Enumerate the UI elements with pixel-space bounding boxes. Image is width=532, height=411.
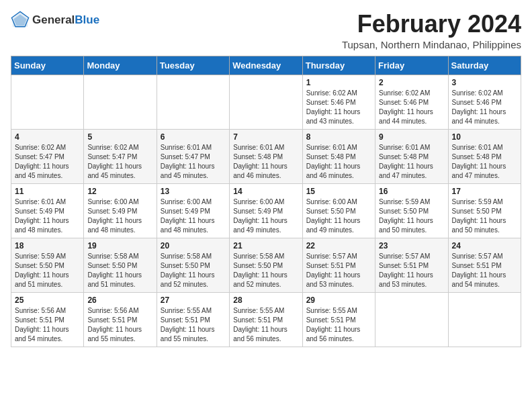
day-detail: Sunrise: 6:00 AM Sunset: 5:49 PM Dayligh…: [87, 197, 152, 235]
logo-icon: [11, 11, 30, 30]
calendar-cell: 2Sunrise: 6:02 AM Sunset: 5:46 PM Daylig…: [375, 75, 448, 129]
day-number: 22: [306, 241, 371, 250]
logo: GeneralBlue: [11, 11, 99, 30]
calendar-cell: 16Sunrise: 5:59 AM Sunset: 5:50 PM Dayli…: [375, 183, 448, 238]
header-day-monday: Monday: [84, 56, 157, 75]
calendar-cell: 9Sunrise: 6:01 AM Sunset: 5:48 PM Daylig…: [375, 129, 448, 183]
header-day-saturday: Saturday: [448, 56, 521, 75]
page-header: GeneralBlue February 2024 Tupsan, Northe…: [11, 11, 521, 50]
month-year: February 2024: [342, 11, 521, 38]
calendar-cell: 3Sunrise: 6:02 AM Sunset: 5:46 PM Daylig…: [448, 75, 521, 129]
calendar-cell: 24Sunrise: 5:57 AM Sunset: 5:51 PM Dayli…: [448, 238, 521, 292]
day-detail: Sunrise: 5:55 AM Sunset: 5:51 PM Dayligh…: [233, 306, 298, 344]
calendar-cell: 7Sunrise: 6:01 AM Sunset: 5:48 PM Daylig…: [230, 129, 302, 183]
calendar-cell: 10Sunrise: 6:01 AM Sunset: 5:48 PM Dayli…: [448, 129, 521, 183]
calendar-cell: 11Sunrise: 6:01 AM Sunset: 5:49 PM Dayli…: [11, 183, 84, 238]
header-row: SundayMondayTuesdayWednesdayThursdayFrid…: [11, 56, 521, 75]
day-detail: Sunrise: 6:01 AM Sunset: 5:49 PM Dayligh…: [15, 197, 80, 235]
title-block: February 2024 Tupsan, Northern Mindanao,…: [342, 11, 521, 50]
calendar-cell: 6Sunrise: 6:01 AM Sunset: 5:47 PM Daylig…: [157, 129, 229, 183]
day-detail: Sunrise: 5:56 AM Sunset: 5:51 PM Dayligh…: [15, 306, 80, 344]
header-day-thursday: Thursday: [302, 56, 375, 75]
day-number: 3: [452, 78, 517, 87]
calendar-cell: 4Sunrise: 6:02 AM Sunset: 5:47 PM Daylig…: [11, 129, 84, 183]
calendar-cell: 27Sunrise: 5:55 AM Sunset: 5:51 PM Dayli…: [157, 292, 229, 347]
day-detail: Sunrise: 5:55 AM Sunset: 5:51 PM Dayligh…: [161, 306, 226, 344]
day-number: 23: [379, 241, 444, 250]
day-detail: Sunrise: 6:01 AM Sunset: 5:48 PM Dayligh…: [306, 143, 371, 181]
header-day-tuesday: Tuesday: [157, 56, 229, 75]
day-detail: Sunrise: 6:02 AM Sunset: 5:47 PM Dayligh…: [15, 143, 80, 181]
calendar-table: SundayMondayTuesdayWednesdayThursdayFrid…: [11, 56, 521, 347]
header-day-sunday: Sunday: [11, 56, 84, 75]
logo-blue: Blue: [75, 13, 99, 26]
day-number: 4: [15, 132, 80, 142]
calendar-week-4: 18Sunrise: 5:59 AM Sunset: 5:50 PM Dayli…: [11, 238, 521, 292]
day-detail: Sunrise: 5:58 AM Sunset: 5:50 PM Dayligh…: [87, 252, 152, 289]
calendar-cell: [230, 75, 302, 129]
day-detail: Sunrise: 5:58 AM Sunset: 5:50 PM Dayligh…: [233, 252, 298, 289]
day-number: 5: [87, 132, 152, 142]
day-number: 25: [15, 295, 80, 305]
calendar-cell: 18Sunrise: 5:59 AM Sunset: 5:50 PM Dayli…: [11, 238, 84, 292]
header-day-wednesday: Wednesday: [230, 56, 302, 75]
calendar-cell: [84, 75, 157, 129]
calendar-cell: 26Sunrise: 5:56 AM Sunset: 5:51 PM Dayli…: [84, 292, 157, 347]
day-detail: Sunrise: 6:01 AM Sunset: 5:47 PM Dayligh…: [161, 143, 226, 181]
day-number: 18: [15, 241, 80, 250]
day-detail: Sunrise: 6:02 AM Sunset: 5:46 PM Dayligh…: [452, 89, 517, 126]
day-number: 13: [161, 187, 226, 196]
day-detail: Sunrise: 5:57 AM Sunset: 5:51 PM Dayligh…: [452, 252, 517, 289]
logo-general: General: [32, 13, 75, 26]
day-number: 11: [15, 187, 80, 196]
calendar-week-2: 4Sunrise: 6:02 AM Sunset: 5:47 PM Daylig…: [11, 129, 521, 183]
day-detail: Sunrise: 5:57 AM Sunset: 5:51 PM Dayligh…: [379, 252, 444, 289]
day-number: 7: [233, 132, 298, 142]
logo-text: GeneralBlue: [32, 13, 99, 27]
calendar-cell: [448, 292, 521, 347]
day-detail: Sunrise: 6:02 AM Sunset: 5:47 PM Dayligh…: [87, 143, 152, 181]
calendar-week-5: 25Sunrise: 5:56 AM Sunset: 5:51 PM Dayli…: [11, 292, 521, 347]
day-detail: Sunrise: 6:00 AM Sunset: 5:49 PM Dayligh…: [233, 197, 298, 235]
calendar-cell: [157, 75, 229, 129]
calendar-cell: 25Sunrise: 5:56 AM Sunset: 5:51 PM Dayli…: [11, 292, 84, 347]
header-day-friday: Friday: [375, 56, 448, 75]
day-detail: Sunrise: 6:01 AM Sunset: 5:48 PM Dayligh…: [379, 143, 444, 181]
calendar-cell: 21Sunrise: 5:58 AM Sunset: 5:50 PM Dayli…: [230, 238, 302, 292]
day-detail: Sunrise: 6:00 AM Sunset: 5:49 PM Dayligh…: [161, 197, 226, 235]
calendar-cell: 20Sunrise: 5:58 AM Sunset: 5:50 PM Dayli…: [157, 238, 229, 292]
day-number: 8: [306, 132, 371, 142]
day-number: 12: [87, 187, 152, 196]
day-number: 19: [87, 241, 152, 250]
day-detail: Sunrise: 6:02 AM Sunset: 5:46 PM Dayligh…: [306, 89, 371, 126]
day-number: 2: [379, 78, 444, 87]
location: Tupsan, Northern Mindanao, Philippines: [342, 39, 521, 50]
calendar-cell: 29Sunrise: 5:55 AM Sunset: 5:51 PM Dayli…: [302, 292, 375, 347]
day-number: 16: [379, 187, 444, 196]
day-detail: Sunrise: 5:59 AM Sunset: 5:50 PM Dayligh…: [452, 197, 517, 235]
day-number: 21: [233, 241, 298, 250]
day-number: 17: [452, 187, 517, 196]
day-detail: Sunrise: 6:02 AM Sunset: 5:46 PM Dayligh…: [379, 89, 444, 126]
calendar-cell: 1Sunrise: 6:02 AM Sunset: 5:46 PM Daylig…: [302, 75, 375, 129]
day-detail: Sunrise: 6:01 AM Sunset: 5:48 PM Dayligh…: [233, 143, 298, 181]
day-detail: Sunrise: 5:59 AM Sunset: 5:50 PM Dayligh…: [15, 252, 80, 289]
calendar-cell: 14Sunrise: 6:00 AM Sunset: 5:49 PM Dayli…: [230, 183, 302, 238]
calendar-cell: 13Sunrise: 6:00 AM Sunset: 5:49 PM Dayli…: [157, 183, 229, 238]
day-detail: Sunrise: 6:01 AM Sunset: 5:48 PM Dayligh…: [452, 143, 517, 181]
day-detail: Sunrise: 5:58 AM Sunset: 5:50 PM Dayligh…: [161, 252, 226, 289]
calendar-cell: 22Sunrise: 5:57 AM Sunset: 5:51 PM Dayli…: [302, 238, 375, 292]
day-number: 6: [161, 132, 226, 142]
calendar-week-3: 11Sunrise: 6:01 AM Sunset: 5:49 PM Dayli…: [11, 183, 521, 238]
calendar-body: 1Sunrise: 6:02 AM Sunset: 5:46 PM Daylig…: [11, 75, 521, 347]
day-number: 15: [306, 187, 371, 196]
calendar-cell: 17Sunrise: 5:59 AM Sunset: 5:50 PM Dayli…: [448, 183, 521, 238]
day-number: 10: [452, 132, 517, 142]
day-number: 1: [306, 78, 371, 87]
day-number: 26: [87, 295, 152, 305]
calendar-cell: [11, 75, 84, 129]
day-number: 20: [161, 241, 226, 250]
day-detail: Sunrise: 5:56 AM Sunset: 5:51 PM Dayligh…: [87, 306, 152, 344]
calendar-cell: 5Sunrise: 6:02 AM Sunset: 5:47 PM Daylig…: [84, 129, 157, 183]
calendar-header: SundayMondayTuesdayWednesdayThursdayFrid…: [11, 56, 521, 75]
